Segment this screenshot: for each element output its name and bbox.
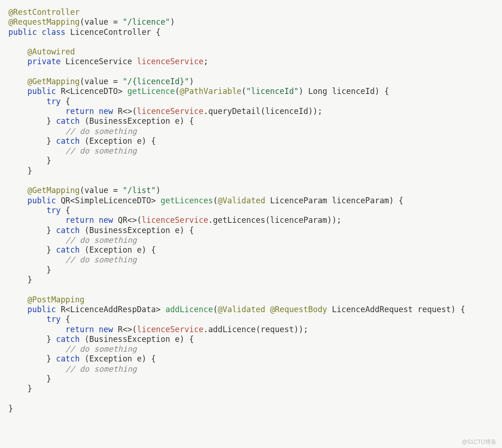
text: (Exception e) { [85,245,156,254]
method-getlicence: getLicence [127,87,175,96]
keyword-public: public [27,305,56,314]
comment: // do something [66,146,137,155]
text: ) { [375,87,389,96]
text: ( [213,196,218,205]
text: ) { [451,305,465,314]
type-qr-simplelicencedto: QR<SimpleLicenceDTO> [61,196,156,205]
keyword-new: new [99,325,113,334]
text: } [46,334,51,344]
watermark: @51CTO博客 [462,438,496,446]
keyword-return: return [66,325,94,334]
text: } [27,384,32,393]
string-literal: "/list" [123,186,156,195]
text: } [46,245,51,254]
string-literal: "licenceId" [246,87,299,96]
keyword-return: return [66,107,94,116]
text: (Exception e) { [85,136,156,146]
keyword-catch: catch [56,226,79,235]
keyword-catch: catch [56,116,79,126]
annotation-requestbody: @RequestBody [270,305,327,314]
text: .queryDetail(licenceId)); [204,107,323,116]
annotation-validated: @Validated [218,305,265,314]
type-long: Long [308,87,327,96]
text: (BusinessException e) { [85,226,194,235]
text: } [46,156,51,165]
type-r-licencedto: R<LicenceDTO> [61,87,123,96]
param-licenceparam: licenceParam [332,196,389,205]
keyword-catch: catch [56,354,79,363]
text: } [46,354,51,363]
text: } [27,166,32,175]
text: (Exception e) { [85,354,156,363]
text: } [46,226,51,235]
keyword-new: new [99,107,113,116]
keyword-return: return [66,215,94,225]
text: ; [204,57,208,66]
text: ) [156,186,160,195]
text: QR<>( [118,215,141,225]
annotation-getmapping: @GetMapping [27,186,80,195]
text: { [66,206,70,215]
text: ( [242,87,246,96]
field-licenceservice: licenceService [142,215,208,225]
text: { [66,314,70,324]
keyword-try: try [46,97,61,106]
text: .getLicences(licenceParam)); [208,215,342,225]
text: ) [298,87,303,96]
annotation-requestmapping: @RequestMapping [8,17,80,27]
text: (value = [80,17,123,27]
keyword-try: try [46,206,61,215]
type-licenceparam: LicenceParam [270,196,327,205]
keyword-catch: catch [56,245,79,254]
param-request: request [417,305,451,314]
type-r-licenceaddrespdata: R<LicenceAddRespData> [61,305,161,314]
text: } [46,116,51,126]
keyword-public: public [8,27,37,37]
text: { [66,97,70,106]
method-getlicences: getLicences [161,196,213,205]
type-licenceservice: LicenceService [66,57,132,66]
annotation-validated: @Validated [218,196,265,205]
field-licenceservice: licenceService [137,57,203,66]
text: ) [170,17,175,27]
text: } [27,275,32,284]
text: (value = [80,77,123,86]
keyword-new: new [99,215,113,225]
text: ( [213,305,218,314]
text: { [151,27,160,37]
comment: // do something [66,255,137,264]
string-literal: "/{licenceId}" [123,77,189,86]
keyword-public: public [27,87,56,96]
keyword-catch: catch [56,136,79,146]
annotation-autowired: @Autowired [27,47,75,56]
comment: // do something [66,344,137,354]
comment: // do something [66,364,137,374]
annotation-postmapping: @PostMapping [27,295,85,304]
text: } [8,404,13,413]
text: ( [175,87,179,96]
code-block: @RestController @RequestMapping(value = … [0,0,502,421]
field-licenceservice: licenceService [137,107,203,116]
text: (value = [80,186,123,195]
annotation-getmapping: @GetMapping [27,77,80,86]
keyword-public: public [27,196,56,205]
field-licenceservice: licenceService [137,325,203,334]
keyword-try: try [46,314,61,324]
text: (BusinessException e) { [85,334,194,344]
text: } [46,265,51,274]
text: } [46,136,51,146]
keyword-private: private [27,57,61,66]
comment: // do something [66,235,137,245]
annotation-pathvariable: @PathVariable [180,87,242,96]
text: R<>( [118,325,137,334]
text: ) [189,77,194,86]
keyword-class: class [42,27,66,37]
method-addlicence: addLicence [165,305,213,314]
keyword-catch: catch [56,334,79,344]
comment: // do something [66,127,137,136]
text: R<>( [118,107,137,116]
class-name: LicenceController [70,27,151,37]
param-licenceid: licenceId [332,87,375,96]
type-licenceaddrequest: LicenceAddRequest [332,305,413,314]
annotation-restcontroller: @RestController [8,7,80,17]
